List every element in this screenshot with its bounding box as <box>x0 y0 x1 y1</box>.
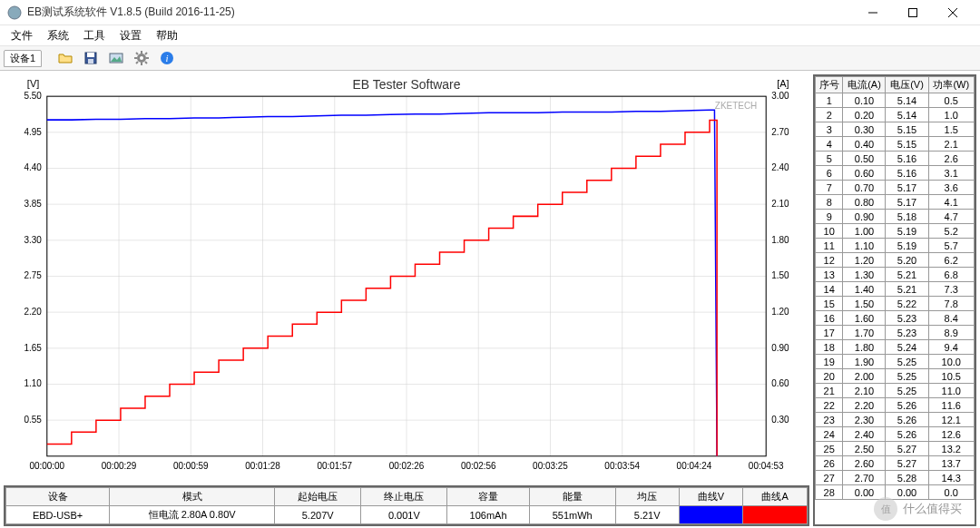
data-cell: 9.4 <box>928 340 975 355</box>
table-row[interactable]: 191.905.2510.0 <box>816 355 975 369</box>
table-row[interactable]: 131.305.216.8 <box>816 268 975 282</box>
data-cell: 10 <box>816 224 843 239</box>
x-tick: 00:00:59 <box>173 461 209 471</box>
table-row[interactable]: 181.805.249.4 <box>816 340 975 355</box>
data-cell: 22 <box>816 398 843 413</box>
table-row[interactable]: 80.805.174.1 <box>816 195 975 210</box>
x-tick: 00:04:53 <box>749 461 784 471</box>
menu-help[interactable]: 帮助 <box>149 26 185 45</box>
table-row[interactable]: 121.205.206.2 <box>816 253 975 268</box>
y-left-tick: 3.85 <box>24 199 42 209</box>
data-cell: 5.19 <box>886 239 928 253</box>
y-right-tick: 0.90 <box>771 343 789 353</box>
table-row[interactable]: 60.605.163.1 <box>816 166 975 181</box>
table-row[interactable]: 161.605.238.4 <box>816 311 975 326</box>
table-row[interactable]: 10.105.140.5 <box>816 93 975 108</box>
x-tick: 00:02:26 <box>389 461 425 471</box>
data-cell: 5.7 <box>928 239 975 253</box>
summary-header: 终止电压 <box>361 488 447 506</box>
data-cell: 15 <box>816 297 843 311</box>
menu-tools[interactable]: 工具 <box>76 26 113 45</box>
chart-canvas[interactable]: EB Tester Software[V][A]ZKETECH0.551.101… <box>4 74 809 484</box>
table-row[interactable]: 222.205.2611.6 <box>816 398 975 413</box>
table-row[interactable]: 101.005.195.2 <box>816 224 975 239</box>
data-cell: 13.2 <box>928 442 975 456</box>
data-cell: 25 <box>816 442 843 456</box>
device-tab[interactable]: 设备1 <box>4 50 42 67</box>
data-cell: 10.0 <box>928 355 975 369</box>
table-row[interactable]: 40.405.152.1 <box>816 137 975 152</box>
image-icon[interactable] <box>105 47 127 69</box>
data-cell: 26 <box>816 456 843 471</box>
table-row[interactable]: 232.305.2612.1 <box>816 413 975 427</box>
table-row[interactable]: 141.405.217.3 <box>816 282 975 297</box>
data-cell: 8 <box>816 195 843 210</box>
summary-header: 曲线A <box>743 488 808 506</box>
gear-icon[interactable] <box>131 47 152 69</box>
y-right-tick: 3.00 <box>771 91 789 101</box>
y-right-tick: 1.80 <box>771 235 789 245</box>
y-left-tick: 2.75 <box>24 270 42 280</box>
data-cell: 2.70 <box>843 471 886 485</box>
table-row[interactable]: 212.105.2511.0 <box>816 384 975 398</box>
x-tick: 00:00:00 <box>29 461 64 471</box>
table-row[interactable]: 30.305.151.5 <box>816 122 975 137</box>
table-row[interactable]: 242.405.2612.6 <box>816 427 975 442</box>
data-cell: 3 <box>816 122 843 137</box>
summary-header: 模式 <box>110 488 275 506</box>
x-tick: 00:00:29 <box>102 461 137 471</box>
summary-cell: 5.207V <box>275 506 361 524</box>
open-folder-icon[interactable] <box>54 47 76 69</box>
table-row[interactable]: 20.205.141.0 <box>816 108 975 122</box>
table-row[interactable]: 70.705.173.6 <box>816 181 975 195</box>
table-row[interactable]: 50.505.162.6 <box>816 152 975 166</box>
maximize-button[interactable] <box>893 0 933 25</box>
data-cell: 9 <box>816 210 843 224</box>
data-cell: 1.30 <box>843 268 886 282</box>
table-row[interactable]: 202.005.2510.5 <box>816 369 975 384</box>
data-cell: 1.40 <box>843 282 886 297</box>
data-table[interactable]: 序号电流(A)电压(V)功率(W)10.105.140.520.205.141.… <box>813 74 976 526</box>
summary-cell: 106mAh <box>447 506 529 524</box>
table-row[interactable]: 262.605.2713.7 <box>816 456 975 471</box>
data-header: 功率(W) <box>928 77 975 93</box>
summary-table: 设备模式起始电压终止电压容量能量均压曲线V曲线A EBD-USB+恒电流 2.8… <box>4 485 809 526</box>
toolbar: 设备1 i <box>0 45 980 71</box>
y-left-tick: 1.65 <box>24 343 42 353</box>
data-cell: 5.15 <box>886 122 928 137</box>
save-icon[interactable] <box>80 47 102 69</box>
y-left-tick: 3.30 <box>24 235 42 245</box>
table-row[interactable]: 111.105.195.7 <box>816 239 975 253</box>
minimize-button[interactable] <box>853 0 893 25</box>
table-row[interactable]: 252.505.2713.2 <box>816 442 975 456</box>
app-icon <box>7 5 22 20</box>
data-cell: 5.14 <box>886 93 928 108</box>
y-left-label: [V] <box>27 78 39 89</box>
table-row[interactable]: 171.705.238.9 <box>816 326 975 340</box>
data-cell: 10.5 <box>928 369 975 384</box>
data-cell: 5.26 <box>886 413 928 427</box>
page-watermark: 值 什么值得买 <box>874 497 962 521</box>
table-row[interactable]: 151.505.227.8 <box>816 297 975 311</box>
table-row[interactable]: 272.705.2814.3 <box>816 471 975 485</box>
data-cell: 6 <box>816 166 843 181</box>
data-cell: 11.6 <box>928 398 975 413</box>
y-right-label: [A] <box>777 78 789 89</box>
data-cell: 4 <box>816 137 843 152</box>
x-tick: 00:04:24 <box>677 461 712 471</box>
data-cell: 5.15 <box>886 137 928 152</box>
menu-system[interactable]: 系统 <box>40 26 76 45</box>
summary-header: 曲线V <box>679 488 743 506</box>
window-controls <box>853 0 973 25</box>
menu-file[interactable]: 文件 <box>4 26 40 45</box>
close-button[interactable] <box>933 0 973 25</box>
data-cell: 1.10 <box>843 239 886 253</box>
data-cell: 5.26 <box>886 427 928 442</box>
data-cell: 6.8 <box>928 268 975 282</box>
y-left-tick: 4.40 <box>24 162 42 172</box>
info-icon[interactable]: i <box>156 47 178 69</box>
menu-settings[interactable]: 设置 <box>113 26 149 45</box>
table-row[interactable]: 90.905.184.7 <box>816 210 975 224</box>
chart-panel: EB Tester Software[V][A]ZKETECH0.551.101… <box>0 71 813 528</box>
data-cell: 5.19 <box>886 224 928 239</box>
